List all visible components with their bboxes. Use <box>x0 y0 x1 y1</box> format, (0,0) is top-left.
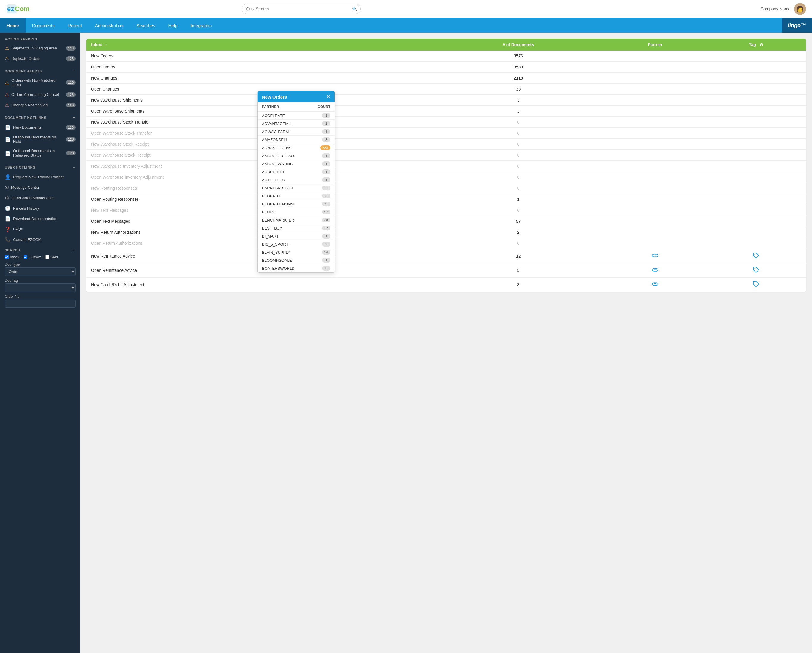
list-item[interactable]: BELKS 97 <box>258 208 334 216</box>
doc-tag-select[interactable] <box>5 283 76 292</box>
list-item[interactable]: ADVANTAGEMIL 1 <box>258 120 334 128</box>
row-tag <box>706 62 806 73</box>
list-item[interactable]: AMAZONSELL 3 <box>258 136 334 144</box>
table-row[interactable]: Open Changes 33 <box>86 84 806 95</box>
partner-hand-icon <box>651 281 659 287</box>
list-item[interactable]: BIG_5_SPORT 2 <box>258 240 334 248</box>
sidebar-item-outbound-hold[interactable]: 📄 Outbound Documents on Hold 123 <box>0 133 80 146</box>
table-row[interactable]: New Warehouse Shipments 3 <box>86 95 806 106</box>
list-item[interactable]: AUBUCHON 1 <box>258 168 334 176</box>
section-document-hotlinks: DOCUMENT HOTLINKS − <box>0 110 80 122</box>
sidebar-item-duplicate-orders[interactable]: ⚠ Duplicate Orders 123 <box>0 53 80 64</box>
collapse-document-alerts[interactable]: − <box>73 69 76 74</box>
doc-type-field[interactable]: Doc Type Order <box>5 262 76 276</box>
inbox-table: Inbox → # of Documents Partner Tag ⊖ New… <box>86 39 806 292</box>
close-button[interactable]: ✕ <box>326 94 330 99</box>
collapse-user-hotlinks[interactable]: − <box>73 165 76 170</box>
order-no-field[interactable]: Order No <box>5 295 76 307</box>
list-item[interactable]: BI_MART 1 <box>258 232 334 240</box>
order-no-input[interactable] <box>5 300 76 307</box>
doc-type-select[interactable]: Order <box>5 268 76 276</box>
collapse-document-hotlinks[interactable]: − <box>73 115 76 120</box>
row-partner[interactable] <box>604 263 706 278</box>
nav-item-administration[interactable]: Administration <box>89 18 130 33</box>
list-item[interactable]: BLAIN_SUPPLY 34 <box>258 248 334 256</box>
nav-item-recent[interactable]: Recent <box>61 18 89 33</box>
row-partner <box>604 73 706 84</box>
inbox-checkbox[interactable] <box>5 255 9 259</box>
doc-tag-field[interactable]: Doc Tag <box>5 278 76 292</box>
table-row[interactable]: New Warehouse Stock Transfer 0 <box>86 117 806 128</box>
sent-checkbox[interactable] <box>45 255 49 259</box>
table-row[interactable]: New Remittance Advice 12 <box>86 249 806 263</box>
sidebar-item-message-center[interactable]: ✉ Message Center <box>0 182 80 193</box>
list-item[interactable]: BEDBATH 3 <box>258 192 334 200</box>
list-item[interactable]: ASSOC_WS_INC 1 <box>258 160 334 168</box>
sidebar-item-non-matched[interactable]: ⚠ Orders with Non-Matched Items 123 <box>0 76 80 89</box>
section-document-alerts: DOCUMENT ALERTS − <box>0 64 80 76</box>
row-tag[interactable] <box>706 278 806 292</box>
sidebar-item-item-carton[interactable]: ⚙ Item/Carton Maintenance <box>0 193 80 203</box>
row-count: 3 <box>432 106 604 117</box>
table-row[interactable]: Open Text Messages 57 <box>86 216 806 227</box>
search-input[interactable] <box>242 4 361 14</box>
table-row[interactable]: Open Warehouse Shipments 3 <box>86 106 806 117</box>
checkbox-sent[interactable]: Sent <box>45 255 58 259</box>
row-count: 12 <box>432 249 604 263</box>
table-row[interactable]: New Return Authorizations 2 <box>86 227 806 238</box>
nav-item-searches[interactable]: Searches <box>130 18 162 33</box>
row-tag[interactable] <box>706 249 806 263</box>
nav-item-documents[interactable]: Documents <box>26 18 61 33</box>
list-item[interactable]: ACCELRATE 1 <box>258 112 334 120</box>
list-item[interactable]: BOATERSWORLD 8 <box>258 265 334 272</box>
table-row[interactable]: New Credit/Debit Adjustment 3 <box>86 278 806 292</box>
list-item[interactable]: ANNAS_LINENS 388 <box>258 144 334 152</box>
list-item[interactable]: BARNESNB_STR 2 <box>258 184 334 192</box>
list-item[interactable]: ASSOC_GRC_SO 1 <box>258 152 334 160</box>
list-item[interactable]: BEST_BUY 22 <box>258 224 334 232</box>
list-item[interactable]: AGWAY_FARM 1 <box>258 128 334 136</box>
table-row[interactable]: Open Remittance Advice 5 <box>86 263 806 278</box>
nav-item-home[interactable]: Home <box>0 18 26 33</box>
sidebar-item-new-trading-partner[interactable]: 👤 Request New Trading Partner <box>0 172 80 182</box>
row-tag <box>706 216 806 227</box>
table-row[interactable]: New Orders 3576 <box>86 50 806 62</box>
outbox-checkbox[interactable] <box>23 255 27 259</box>
row-partner <box>604 128 706 139</box>
sidebar-item-approaching-cancel[interactable]: ⚠ Orders Approaching Cancel 123 <box>0 89 80 100</box>
main-content: Inbox → # of Documents Partner Tag ⊖ New… <box>80 33 812 653</box>
col-partner-label: PARTNER <box>262 105 279 109</box>
row-partner <box>604 50 706 62</box>
table-row[interactable]: Open Routing Responses 1 <box>86 194 806 205</box>
list-item[interactable]: BLOOMNGDALE 1 <box>258 256 334 265</box>
list-item[interactable]: BENCHMARK_BR 38 <box>258 216 334 224</box>
row-tag[interactable] <box>706 263 806 278</box>
collapse-search[interactable]: − <box>73 248 76 252</box>
tag-icon <box>752 266 760 273</box>
company-name: Company Name <box>760 6 791 11</box>
sidebar-item-faqs[interactable]: ❓ FAQs <box>0 224 80 234</box>
row-partner[interactable] <box>604 249 706 263</box>
sidebar-item-new-documents[interactable]: 📄 New Documents 123 <box>0 122 80 133</box>
sidebar-item-outbound-released[interactable]: 📄 Outbound Documents in Released Status … <box>0 146 80 160</box>
table-row[interactable]: Open Orders 3530 <box>86 62 806 73</box>
row-partner <box>604 95 706 106</box>
list-item[interactable]: BEDBATH_NONM 9 <box>258 200 334 208</box>
checkbox-inbox[interactable]: Inbox <box>5 255 19 259</box>
row-partner[interactable] <box>604 278 706 292</box>
sidebar-item-shipments-staging[interactable]: ⚠ Shipments in Staging Area 123 <box>0 43 80 53</box>
sidebar-item-download-docs[interactable]: 📄 Download Documentation <box>0 214 80 224</box>
sidebar-item-contact-ezcom[interactable]: 📞 Contact EZCOM <box>0 234 80 245</box>
tag-icon[interactable]: ⊖ <box>760 42 763 47</box>
table-row[interactable]: New Changes 2118 <box>86 73 806 84</box>
table-row: New Routing Responses 0 <box>86 183 806 194</box>
list-item[interactable]: AUTO_PLUS 1 <box>258 176 334 184</box>
logo-svg: ez Com <box>6 3 33 15</box>
nav-item-integration[interactable]: Integration <box>184 18 218 33</box>
sidebar-item-parcels-history[interactable]: 🕐 Parcels History <box>0 203 80 214</box>
checkbox-outbox[interactable]: Outbox <box>23 255 41 259</box>
search-bar[interactable]: 🔍 <box>242 4 361 14</box>
nav-lingo: lingo™ <box>782 18 812 33</box>
sidebar-item-changes-not-applied[interactable]: ⚠ Changes Not Applied 123 <box>0 100 80 110</box>
nav-item-help[interactable]: Help <box>162 18 184 33</box>
